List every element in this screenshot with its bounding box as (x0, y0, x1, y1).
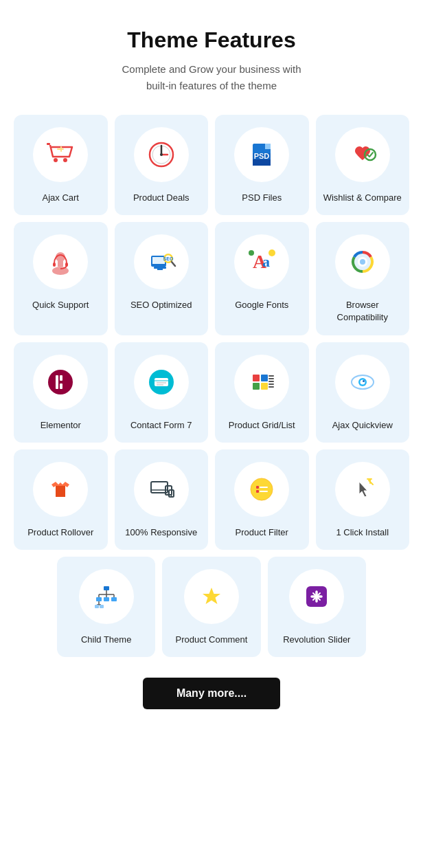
responsive-label: 100% Responsive (125, 526, 197, 539)
psd-files-icon: PSD (234, 127, 289, 182)
feature-product-rollover[interactable]: Product Rollover (14, 449, 108, 550)
svg-rect-69 (256, 486, 259, 489)
svg-rect-16 (265, 144, 271, 149)
product-rollover-label: Product Rollover (27, 526, 93, 539)
svg-rect-21 (53, 263, 56, 267)
svg-point-9 (160, 153, 163, 156)
svg-point-68 (251, 478, 273, 500)
ajax-cart-label: Ajax Cart (43, 192, 79, 204)
svg-rect-41 (60, 375, 62, 381)
product-comment-label: Product Comment (176, 634, 248, 646)
feature-quick-support[interactable]: Quick Support (14, 222, 108, 335)
svg-rect-20 (58, 261, 63, 267)
svg-rect-42 (60, 383, 62, 389)
seo-optimized-icon: SEO (134, 234, 189, 289)
ajax-cart-icon (33, 127, 88, 182)
svg-rect-82 (96, 597, 102, 601)
wishlist-compare-icon (335, 127, 390, 182)
product-grid-icon (234, 355, 289, 410)
feature-ajax-cart[interactable]: Ajax Cart (14, 115, 108, 215)
responsive-icon (134, 462, 189, 517)
svg-point-33 (268, 249, 275, 256)
features-row-5: Child Theme Product Comment Revolution S… (57, 557, 366, 657)
feature-child-theme[interactable]: Child Theme (57, 557, 155, 657)
elementor-icon (33, 355, 88, 410)
product-deals-label: Product Deals (133, 192, 190, 204)
feature-google-fonts[interactable]: A a Google Fonts (215, 222, 309, 335)
feature-product-grid[interactable]: Product Grid/List (215, 342, 309, 443)
svg-point-1 (54, 158, 58, 162)
svg-text:a: a (262, 253, 270, 270)
features-row-2: Quick Support SEO SEO Optimized (14, 222, 409, 335)
svg-point-60 (363, 380, 365, 382)
feature-product-comment[interactable]: Product Comment (162, 557, 260, 657)
svg-rect-14 (253, 163, 271, 166)
browser-compat-icon (335, 234, 390, 289)
svg-rect-26 (157, 269, 163, 270)
page-wrapper: Theme Features Complete and Grow your bu… (0, 0, 423, 744)
child-theme-icon (79, 569, 134, 624)
svg-rect-48 (253, 375, 260, 381)
svg-rect-49 (261, 375, 268, 381)
svg-rect-87 (95, 605, 99, 608)
product-comment-icon (184, 569, 239, 624)
feature-psd-files[interactable]: PSD PSD Files (215, 115, 309, 215)
svg-rect-83 (104, 597, 109, 601)
svg-point-38 (360, 259, 365, 265)
feature-seo-optimized[interactable]: SEO SEO Optimized (115, 222, 209, 335)
svg-rect-50 (253, 383, 260, 390)
click-install-label: 1 Click Install (336, 526, 389, 539)
feature-elementor[interactable]: Elementor (14, 342, 108, 443)
revolution-slider-label: Revolution Slider (283, 634, 350, 646)
google-fonts-label: Google Fonts (235, 299, 288, 311)
features-row-1: Ajax Cart Product Deals (14, 115, 409, 215)
svg-rect-0 (47, 143, 50, 145)
feature-browser-compat[interactable]: Browser Compatibility (316, 222, 410, 335)
svg-marker-89 (203, 588, 220, 604)
browser-compat-label: Browser Compatibility (323, 299, 403, 324)
header: Theme Features Complete and Grow your bu… (14, 27, 409, 94)
contact-form7-label: Contact Form 7 (130, 419, 192, 432)
features-row-4: Product Rollover 100% Responsive (14, 449, 409, 550)
product-grid-label: Product Grid/List (229, 419, 295, 432)
google-fonts-icon: A a (234, 234, 289, 289)
many-more-button[interactable]: Many more.... (143, 678, 280, 709)
product-filter-icon (234, 462, 289, 517)
feature-product-deals[interactable]: Product Deals (115, 115, 209, 215)
svg-text:PSD: PSD (254, 152, 270, 160)
svg-line-30 (172, 262, 175, 266)
quick-support-label: Quick Support (32, 299, 89, 311)
svg-rect-70 (256, 490, 259, 493)
svg-rect-84 (111, 597, 117, 601)
feature-ajax-quickview[interactable]: Ajax Quickview (316, 342, 410, 443)
feature-wishlist-compare[interactable]: Wishlist & Compare (316, 115, 410, 215)
ajax-quickview-icon (335, 355, 390, 410)
feature-revolution-slider[interactable]: Revolution Slider (268, 557, 366, 657)
svg-rect-4 (60, 146, 62, 152)
product-filter-label: Product Filter (236, 526, 288, 539)
product-deals-icon (134, 127, 189, 182)
feature-contact-form7[interactable]: Contact Form 7 (115, 342, 209, 443)
feature-responsive[interactable]: 100% Responsive (115, 449, 209, 550)
svg-point-39 (48, 370, 73, 394)
seo-optimized-label: SEO Optimized (130, 299, 192, 311)
svg-rect-76 (104, 586, 109, 590)
page-subtitle: Complete and Grow your business with bui… (14, 61, 409, 94)
svg-rect-51 (261, 383, 268, 390)
ajax-quickview-label: Ajax Quickview (332, 419, 393, 432)
svg-rect-88 (100, 605, 104, 608)
child-theme-label: Child Theme (81, 634, 131, 646)
svg-point-34 (249, 250, 254, 256)
elementor-label: Elementor (41, 419, 81, 432)
feature-product-filter[interactable]: Product Filter (215, 449, 309, 550)
click-install-icon (335, 462, 390, 517)
page-title: Theme Features (14, 27, 409, 53)
svg-rect-40 (56, 375, 58, 389)
contact-form7-icon (134, 355, 189, 410)
quick-support-icon (33, 234, 88, 289)
svg-point-2 (63, 158, 67, 162)
wishlist-compare-label: Wishlist & Compare (323, 192, 402, 204)
product-rollover-icon (33, 462, 88, 517)
svg-point-19 (52, 267, 69, 275)
feature-click-install[interactable]: 1 Click Install (316, 449, 410, 550)
